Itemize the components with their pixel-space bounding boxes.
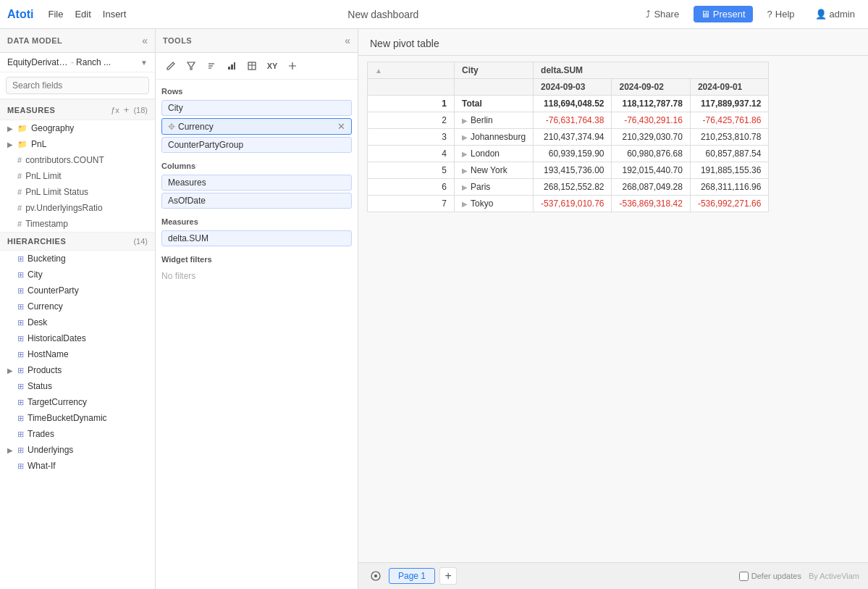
svg-rect-6 xyxy=(234,62,235,70)
city-subheader xyxy=(455,79,534,96)
cube-selector[interactable]: EquityDerivativesCube - Ranch ... ▼ xyxy=(0,53,155,72)
tools-title: TOOLS xyxy=(163,36,192,45)
hier-item-whatif[interactable]: ⊞ What-If xyxy=(0,458,155,474)
hier-item-desk[interactable]: ⊞ Desk xyxy=(0,314,155,330)
cols-chip-asofdate[interactable]: AsOfDate xyxy=(161,193,352,209)
add-page-button[interactable]: + xyxy=(439,567,457,585)
item-label: Timestamp xyxy=(25,219,68,229)
hier-item-city[interactable]: ⊞ City xyxy=(0,267,155,283)
measures-item-timestamp[interactable]: # Timestamp xyxy=(0,216,155,232)
row-number: 3 xyxy=(368,129,455,146)
cell-value: 210,437,374.94 xyxy=(534,129,612,146)
xy-button[interactable]: XY xyxy=(263,57,282,75)
hierarchies-count: (14) xyxy=(133,237,148,246)
expand-button[interactable] xyxy=(283,57,302,75)
rows-chip-currency[interactable]: ✥ Currency ✕ xyxy=(161,118,352,135)
chip-label: Currency xyxy=(178,122,337,132)
rows-chip-city[interactable]: City xyxy=(161,100,352,116)
hier-item-counterparty[interactable]: ⊞ CounterParty xyxy=(0,283,155,298)
measures-item-pnl[interactable]: ▶ 📁 PnL xyxy=(0,136,155,152)
search-input[interactable] xyxy=(6,77,149,94)
expand-row-button[interactable]: ▶ xyxy=(462,150,468,158)
defer-updates-checkbox[interactable]: Defer updates xyxy=(739,572,801,581)
measures-item-pnl-limit[interactable]: # PnL Limit xyxy=(0,168,155,184)
expand-row-button[interactable]: ▶ xyxy=(462,183,468,191)
measures-item-pv-underlyings[interactable]: # pv.UnderlyingsRatio xyxy=(0,200,155,216)
svg-point-11 xyxy=(374,575,377,577)
svg-rect-5 xyxy=(231,64,233,70)
chip-label: Measures xyxy=(168,177,345,188)
expand-row-button[interactable]: ▶ xyxy=(462,200,468,208)
pivot-title: New pivot table xyxy=(370,38,439,49)
hier-icon: ⊞ xyxy=(17,398,24,407)
help-icon: ? xyxy=(767,9,772,20)
menu-insert[interactable]: Insert xyxy=(103,9,127,20)
share-button[interactable]: ⤴ Share xyxy=(640,6,685,22)
chart-button[interactable] xyxy=(222,57,241,75)
item-label: HostName xyxy=(28,349,69,359)
help-button[interactable]: ? Help xyxy=(762,6,801,22)
rows-chip-counterparty[interactable]: CounterPartyGroup xyxy=(161,137,352,153)
page-settings-button[interactable] xyxy=(367,567,384,585)
collapse-tools-button[interactable]: « xyxy=(345,35,350,46)
hier-icon: ⊞ xyxy=(17,366,24,375)
row-number: 7 xyxy=(368,196,455,212)
hier-item-targetcurrency[interactable]: ⊞ TargetCurrency xyxy=(0,394,155,410)
tools-body: Rows City ✥ Currency ✕ CounterPartyGroup… xyxy=(156,80,358,589)
present-button[interactable]: 🖥 Present xyxy=(694,6,752,22)
expand-row-button[interactable]: ▶ xyxy=(462,167,468,175)
cell-value: 268,152,552.82 xyxy=(534,179,612,196)
hier-item-status[interactable]: ⊞ Status xyxy=(0,378,155,394)
hier-item-currency[interactable]: ⊞ Currency xyxy=(0,298,155,314)
expand-row-button[interactable]: ▶ xyxy=(462,117,468,125)
expand-row-button[interactable]: ▶ xyxy=(462,133,468,141)
hash-icon: # xyxy=(17,172,22,180)
hier-item-historical-dates[interactable]: ⊞ HistoricalDates xyxy=(0,330,155,346)
item-label: Products xyxy=(28,365,62,375)
cell-value: -76,425,761.86 xyxy=(690,112,768,129)
table-button[interactable] xyxy=(243,57,261,75)
measures-label: Measures xyxy=(161,217,352,226)
table-row: 2▶Berlin-76,631,764.38-76,430,291.16-76,… xyxy=(368,112,769,129)
edit-tool-button[interactable] xyxy=(161,57,180,75)
hier-item-timebucket[interactable]: ⊞ TimeBucketDynamic xyxy=(0,410,155,426)
sort-triangle-icon: ▲ xyxy=(375,67,382,75)
measures-chip-delta[interactable]: delta.SUM xyxy=(161,230,352,246)
menu-bar: File Edit Insert xyxy=(48,9,126,20)
hier-item-underlyings[interactable]: ▶ ⊞ Underlyings xyxy=(0,442,155,458)
drag-handle-icon[interactable]: ✥ xyxy=(168,122,175,132)
remove-chip-button[interactable]: ✕ xyxy=(337,121,345,132)
measures-item-contributors[interactable]: # contributors.COUNT xyxy=(0,152,155,168)
function-icon[interactable]: ƒx xyxy=(111,106,119,114)
sort-button[interactable] xyxy=(202,57,221,75)
item-label: Geography xyxy=(31,123,74,133)
hier-item-trades[interactable]: ⊞ Trades xyxy=(0,426,155,442)
measures-item-pnl-limit-status[interactable]: # PnL Limit Status xyxy=(0,184,155,200)
chip-label: City xyxy=(168,103,345,113)
measures-item-geography[interactable]: ▶ 📁 Geography xyxy=(0,120,155,136)
hier-item-products[interactable]: ▶ ⊞ Products xyxy=(0,362,155,378)
corner-header: ▲ xyxy=(368,62,455,79)
hier-item-bucketing[interactable]: ⊞ Bucketing xyxy=(0,251,155,267)
table-row: 4▶London60,939,159.9060,980,876.6860,857… xyxy=(368,146,769,162)
cell-value: 268,087,049.28 xyxy=(612,179,690,196)
page-tab-1[interactable]: Page 1 xyxy=(389,568,435,584)
menu-edit[interactable]: Edit xyxy=(75,9,90,20)
svg-marker-0 xyxy=(187,62,195,70)
user-button[interactable]: 👤 admin xyxy=(809,6,861,22)
add-measure-icon[interactable]: + xyxy=(124,104,130,115)
defer-checkbox-input[interactable] xyxy=(739,572,749,581)
item-label: PnL Limit Status xyxy=(25,187,88,197)
hier-item-hostname[interactable]: ⊞ HostName xyxy=(0,346,155,362)
cols-chip-measures[interactable]: Measures xyxy=(161,175,352,191)
columns-section: Columns Measures AsOfDate xyxy=(161,162,352,209)
data-model-header: DATA MODEL « xyxy=(0,29,155,53)
hier-icon: ⊞ xyxy=(17,461,24,471)
pivot-table-container[interactable]: ▲ City delta.SUM 2024-09-03 2024-09 xyxy=(358,56,868,562)
search-bar xyxy=(0,72,155,99)
menu-file[interactable]: File xyxy=(48,9,63,20)
collapse-left-button[interactable]: « xyxy=(142,35,148,46)
pivot-panel: New pivot table ▲ City delta.SUM xyxy=(358,29,868,589)
filter-button[interactable] xyxy=(182,57,201,75)
item-label: Underlyings xyxy=(28,445,73,455)
